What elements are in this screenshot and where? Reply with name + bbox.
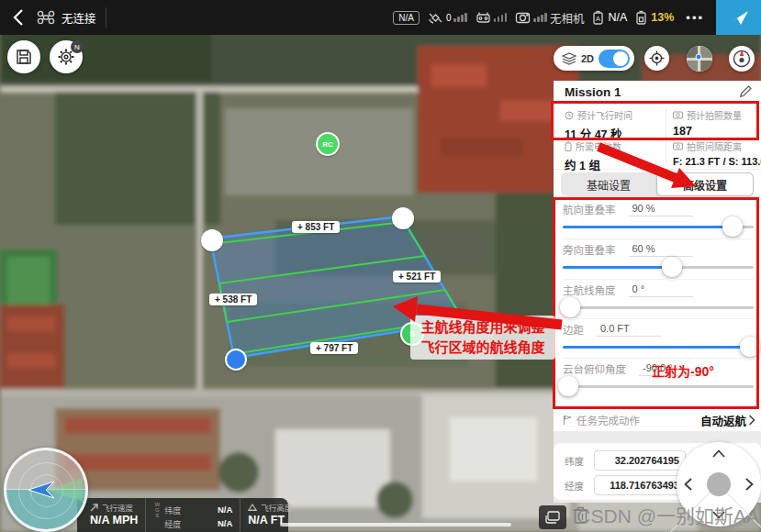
minimap-button[interactable] [687,46,712,72]
more-menu-button[interactable]: ••• [686,11,704,25]
finish-action-label: 任务完成动作 [576,413,640,427]
rc-location-marker: RC [316,132,340,156]
takeoff-button[interactable] [716,0,761,35]
layers-icon [562,52,576,65]
minimap-thumbnail [687,46,712,72]
save-icon [16,49,32,65]
map-layers-button[interactable] [539,505,566,529]
datum-label: WGS [153,502,161,532]
drone-icon [37,10,55,25]
save-mission-button[interactable] [7,40,40,73]
map-mode-pill: 2D [554,46,634,71]
locate-button[interactable] [644,46,669,71]
back-button[interactable] [0,0,37,35]
latitude-field[interactable]: 32.202764195 [594,450,686,471]
nudge-up-button[interactable] [712,449,725,458]
polygon-vertex-handle-selected[interactable] [225,349,247,371]
longitude-label: 经度 [565,479,587,493]
home-indicator[interactable] [280,523,511,526]
aircraft-battery-status[interactable]: A N/A [592,10,627,25]
layers-stack-icon [544,510,561,525]
rc-battery-status[interactable]: 13% [635,10,674,25]
nudge-left-button[interactable] [684,478,692,491]
settings-tabs: 基础设置 高级设置 [561,172,754,196]
tab-advanced-settings[interactable]: 高级设置 [656,172,754,196]
battery-icon [565,141,572,151]
satellite-icon [428,11,443,25]
compass-icon [732,49,752,69]
stat-battery-count: 所需电池数 约 1 组 [565,139,621,173]
top-bar: 无连接 N/A 0 [0,0,761,35]
divider [106,7,106,28]
camera-status-group[interactable]: 无相机 [515,9,584,27]
svg-text:A: A [596,15,601,23]
telemetry-speed: 飞行速度 N/A MPH [77,498,146,532]
takeoff-icon [728,8,750,27]
compass-reset-button[interactable] [729,46,755,72]
camera-icon [515,11,531,24]
telemetry-altitude: 飞行高度 N/A FT [241,498,299,532]
rc-battery-icon [635,10,647,25]
edge-distance-label: + 853 FT [292,221,340,233]
polygon-vertex-handle[interactable] [392,207,414,229]
telemetry-bar: 飞行速度 N/A MPH WGS 纬度N/A 经度N/A 飞行高度 N/A FT [77,498,288,532]
edge-distance-label: + 538 FT [209,294,257,305]
aircraft-arrow-icon [28,481,56,499]
rc-battery-value: 13% [651,11,674,24]
longitude-field[interactable]: 118.716763493 [594,475,686,495]
rc-icon [476,11,491,24]
compass-north-badge: N [71,40,84,53]
stat-photo-interval: 拍照间隔距离 F: 21.3 FT / S: 113.6 FT [673,139,761,167]
chevron-right-icon [748,415,755,426]
aircraft-battery-icon: A [592,10,604,25]
camera-status: 无相机 [550,9,585,27]
annotation-box-stats [551,101,759,140]
latitude-label: 纬度 [565,454,587,468]
locate-icon [649,50,665,66]
photo-icon [673,142,683,150]
gps-count: 0 [446,13,452,23]
altitude-icon [248,504,257,511]
annotation-note: 主航线角度用来调整 飞行区域的航线角度 [410,316,555,360]
nudge-right-button[interactable] [745,478,754,491]
watermark: CSDN @一别如斯AA [572,501,759,528]
flag-icon [563,415,572,426]
dpad-center-button[interactable] [707,472,731,496]
edit-mission-button[interactable] [739,85,752,98]
map-2d-toggle[interactable] [599,50,630,68]
app-screen: S RC + 853 FT + 521 FT + 538 FT + 797 FT… [0,0,761,532]
aircraft-battery-value: N/A [608,11,627,24]
finish-action-value: 自动返航 [700,412,746,429]
edge-distance-label: + 797 FT [310,342,358,354]
edge-distance-label: + 521 FT [393,271,441,283]
attitude-compass[interactable] [4,448,88,532]
finish-action-row[interactable]: 任务完成动作 自动返航 [554,407,761,432]
view-mode-label: 2D [581,53,594,64]
flight-mode-badge: N/A [393,11,420,25]
polygon-vertex-handle[interactable] [201,229,223,251]
telemetry-position: WGS 纬度N/A 经度N/A [146,498,241,532]
signal-bars-icon [533,13,547,22]
rc-status[interactable] [476,11,508,24]
tab-basic-settings[interactable]: 基础设置 [561,172,656,196]
annotation-ortho-note: 正射为-90° [652,361,714,380]
speed-arrow-icon [90,504,98,512]
gps-status[interactable]: 0 [428,11,467,25]
signal-bars-icon [494,13,508,22]
signal-bars-icon [453,13,467,22]
mission-title: Mission 1 [565,85,621,99]
connection-status: 无连接 [62,9,96,27]
